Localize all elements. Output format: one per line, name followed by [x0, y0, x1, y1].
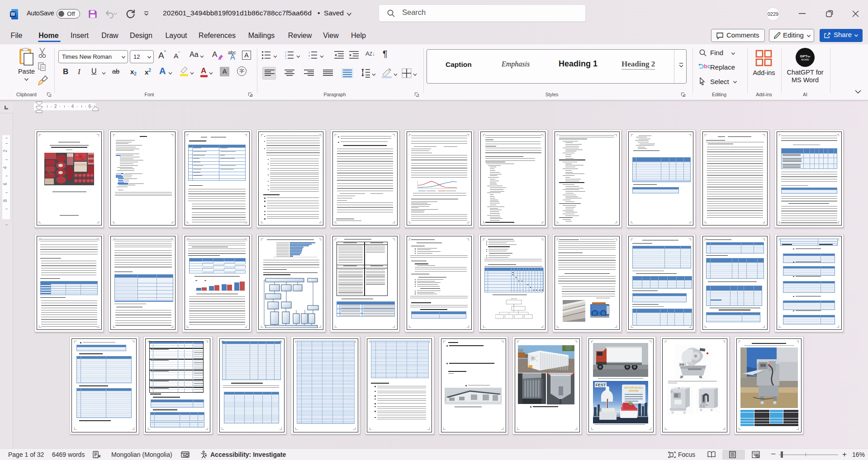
svg-text:i: i	[308, 57, 309, 59]
svg-text:W: W	[11, 12, 15, 17]
svg-text:3: 3	[285, 57, 286, 59]
svg-text:ХӨРӨӨ: ХӨРӨӨ	[629, 390, 639, 392]
svg-text:1: 1	[308, 51, 310, 54]
svg-text:1: 1	[285, 51, 286, 54]
svg-text:FEST: FEST	[595, 383, 606, 387]
svg-text:xxxx xxxx: xxxx xxxx	[511, 297, 517, 299]
svg-text:a: a	[308, 54, 310, 57]
svg-text:2: 2	[285, 54, 286, 57]
svg-text:ЯСТАЙ МАХЫ: ЯСТАЙ МАХЫ	[624, 386, 643, 389]
